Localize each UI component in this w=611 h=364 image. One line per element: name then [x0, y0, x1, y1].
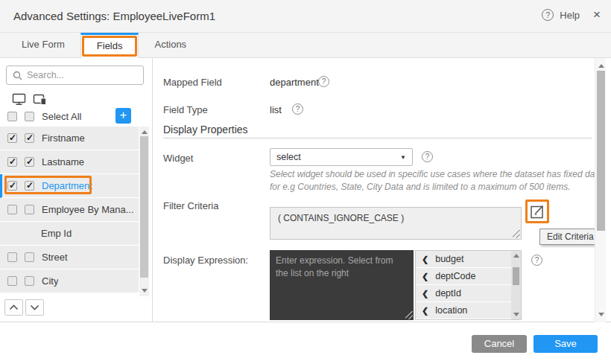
field-row-city[interactable]: City: [0, 269, 139, 293]
field-type-label: Field Type: [163, 104, 208, 115]
help-circle-icon[interactable]: ?: [422, 151, 433, 162]
scrollbar-thumb[interactable]: [140, 136, 148, 278]
help-circle-icon[interactable]: ?: [292, 103, 303, 115]
expression-list-scrollbar[interactable]: [511, 251, 521, 319]
scroll-up-icon[interactable]: [598, 64, 604, 68]
scrollbar-thumb[interactable]: [513, 267, 519, 285]
scroll-up-icon[interactable]: [142, 130, 148, 134]
checkbox[interactable]: [7, 133, 17, 143]
expression-field-label: location: [435, 305, 467, 316]
chevron-left-icon[interactable]: ❮: [422, 306, 428, 316]
save-button[interactable]: Save: [534, 335, 598, 353]
scroll-up-icon[interactable]: [513, 254, 519, 258]
edit-criteria-tooltip: Edit Criteria: [539, 229, 601, 245]
tab-bar: Live FormFieldsActions: [0, 33, 611, 58]
field-label: Employee By Mana...: [42, 204, 134, 215]
move-down-button[interactable]: [25, 299, 44, 316]
sidebar-scrollbar[interactable]: [139, 127, 149, 296]
help-circle-icon[interactable]: ?: [542, 9, 554, 21]
field-settings-panel: Mapped Field department ? Field Type lis…: [153, 58, 611, 322]
field-row-lastname[interactable]: Lastname: [0, 150, 139, 174]
filter-criteria-label: Filter Criteria: [163, 200, 218, 211]
filter-criteria-textarea[interactable]: ( CONTAINS_IGNORE_CASE ): [270, 207, 522, 240]
widget-help-note: Select widget should be used in specific…: [270, 168, 604, 194]
field-row-employee-by-mana[interactable]: Employee By Mana...: [0, 198, 139, 222]
tab-label: Fields: [97, 40, 123, 51]
advanced-settings-dialog: Advanced Settings: EmployeeLiveForm1 ? H…: [0, 0, 611, 364]
help-circle-icon[interactable]: ?: [318, 76, 329, 87]
tab-live-form[interactable]: Live Form: [6, 33, 80, 57]
dialog-titlebar: Advanced Settings: EmployeeLiveForm1 ? H…: [0, 0, 611, 33]
chevron-left-icon[interactable]: ❮: [422, 289, 428, 298]
scroll-down-icon[interactable]: [513, 313, 519, 316]
field-label: Department: [42, 180, 92, 191]
expression-field-deptid[interactable]: ❮deptId: [416, 285, 512, 302]
checkbox[interactable]: [7, 252, 17, 262]
expression-placeholder: Enter expression. Select from the list o…: [276, 255, 393, 278]
help-circle-icon[interactable]: ?: [531, 255, 542, 266]
search-input[interactable]: [27, 70, 147, 80]
mapped-field-value: department: [270, 77, 319, 88]
field-row-street[interactable]: Street: [0, 246, 139, 269]
mapped-field-label: Mapped Field: [163, 77, 222, 88]
select-all-label: Select All: [42, 111, 81, 122]
tab-fields[interactable]: Fields: [80, 33, 139, 58]
checkbox[interactable]: [7, 112, 17, 121]
main-scrollbar[interactable]: [595, 58, 606, 322]
field-label: Firstname: [42, 132, 85, 144]
field-row-emp-id[interactable]: Emp Id: [0, 222, 139, 246]
checkbox[interactable]: [7, 181, 17, 191]
search-box[interactable]: [6, 66, 144, 85]
checkbox[interactable]: [25, 112, 34, 121]
field-row-department[interactable]: Department: [0, 174, 139, 198]
chevron-left-icon[interactable]: ❮: [422, 255, 428, 264]
cancel-button[interactable]: Cancel: [472, 335, 527, 353]
display-properties-heading: Display Properties: [163, 124, 248, 135]
expression-field-budget[interactable]: ❮budget: [416, 251, 512, 268]
desktop-icon[interactable]: [12, 93, 27, 106]
mobile-devices-icon[interactable]: [33, 93, 48, 106]
fields-sidebar: Select All + FirstnameLastnameDepartment…: [0, 58, 153, 322]
field-label: Lastname: [42, 156, 84, 167]
search-icon: [13, 71, 22, 80]
tab-actions[interactable]: Actions: [139, 33, 202, 57]
checkbox[interactable]: [7, 276, 17, 286]
checkbox[interactable]: [25, 205, 34, 214]
widget-label: Widget: [163, 153, 193, 164]
resize-handle[interactable]: [512, 230, 520, 238]
close-icon[interactable]: ×: [593, 9, 601, 21]
widget-select[interactable]: select ▼: [270, 148, 413, 166]
expression-editor[interactable]: Enter expression. Select from the list o…: [270, 250, 414, 320]
reorder-buttons: [4, 299, 44, 316]
field-rows: FirstnameLastnameDepartmentEmployee By M…: [0, 127, 153, 293]
expression-rows: ❮budget❮deptCode❮deptId❮location: [416, 251, 521, 319]
checkbox[interactable]: [25, 181, 34, 191]
resize-handle[interactable]: [405, 311, 413, 319]
field-list: FirstnameLastnameDepartmentEmployee By M…: [0, 127, 153, 296]
edit-criteria-button[interactable]: [530, 204, 545, 220]
field-label: Street: [42, 252, 68, 263]
tab-label: Live Form: [22, 39, 65, 50]
expression-field-deptcode[interactable]: ❮deptCode: [416, 268, 512, 285]
chevron-left-icon[interactable]: ❮: [422, 272, 428, 281]
help-link[interactable]: Help: [560, 10, 580, 21]
checkbox[interactable]: [25, 276, 34, 286]
checkbox[interactable]: [25, 157, 34, 167]
field-row-firstname[interactable]: Firstname: [0, 127, 139, 150]
scroll-down-icon[interactable]: [142, 289, 148, 293]
expression-field-location[interactable]: ❮location: [416, 302, 512, 319]
move-up-button[interactable]: [4, 299, 23, 316]
checkbox[interactable]: [7, 205, 17, 214]
select-all-row[interactable]: Select All +: [0, 106, 139, 127]
section-divider: [163, 138, 592, 138]
plus-icon[interactable]: +: [115, 108, 131, 124]
dialog-title: Advanced Settings: EmployeeLiveForm1: [13, 10, 215, 22]
expression-field-label: budget: [435, 254, 463, 264]
field-label: Emp Id: [41, 228, 72, 239]
checkbox[interactable]: [7, 157, 17, 167]
checkbox[interactable]: [25, 252, 34, 262]
expression-field-label: deptId: [435, 288, 461, 298]
checkbox[interactable]: [25, 133, 34, 143]
scrollbar-thumb[interactable]: [597, 71, 605, 231]
scroll-down-icon[interactable]: [598, 313, 604, 316]
